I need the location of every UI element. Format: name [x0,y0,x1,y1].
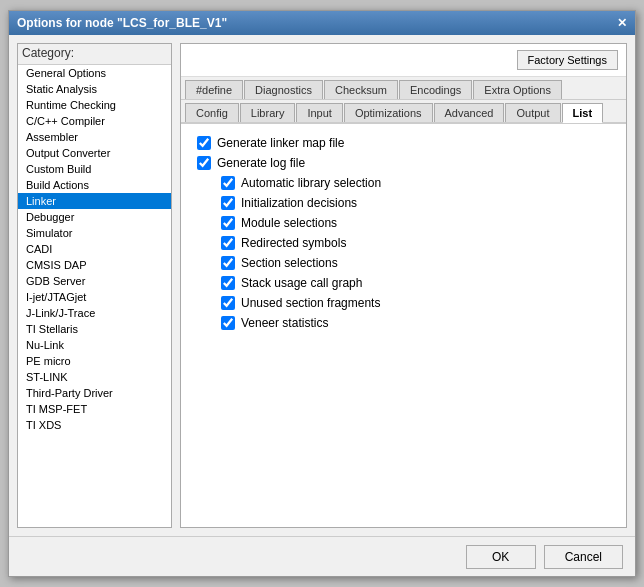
tab-config[interactable]: Config [185,103,239,122]
options-panel: Factory Settings #defineDiagnosticsCheck… [180,43,627,528]
category-item-cadi[interactable]: CADI [18,241,171,257]
category-item-jlink-jtrace[interactable]: J-Link/J-Trace [18,305,171,321]
generate-linker-map-label[interactable]: Generate linker map file [217,136,344,150]
tab-library[interactable]: Library [240,103,296,122]
sub-option-label-stack-usage[interactable]: Stack usage call graph [241,276,362,290]
category-item-cmsis-dap[interactable]: CMSIS DAP [18,257,171,273]
sub-option-label-veneer-stats[interactable]: Veneer statistics [241,316,328,330]
sub-option-checkbox-section-selections[interactable] [221,256,235,270]
category-item-gdb-server[interactable]: GDB Server [18,273,171,289]
sub-option-checkbox-unused-section[interactable] [221,296,235,310]
category-item-i-jet-jtagjet[interactable]: I-jet/JTAGjet [18,289,171,305]
category-item-simulator[interactable]: Simulator [18,225,171,241]
cancel-button[interactable]: Cancel [544,545,623,569]
sub-option-checkbox-stack-usage[interactable] [221,276,235,290]
sub-option-checkbox-veneer-stats[interactable] [221,316,235,330]
sub-option-unused-section: Unused section fragments [221,296,610,310]
sub-option-module-selections: Module selections [221,216,610,230]
category-item-ti-xds[interactable]: TI XDS [18,417,171,433]
tab-define[interactable]: #define [185,80,243,99]
category-label: Category: [18,44,171,65]
generate-log-item: Generate log file [197,156,610,170]
sub-option-checkbox-module-selections[interactable] [221,216,235,230]
factory-settings-row: Factory Settings [181,44,626,77]
category-item-st-link[interactable]: ST-LINK [18,369,171,385]
category-item-output-converter[interactable]: Output Converter [18,145,171,161]
tab-encodings[interactable]: Encodings [399,80,472,99]
sub-option-auto-library: Automatic library selection [221,176,610,190]
tab-checksum[interactable]: Checksum [324,80,398,99]
sub-option-label-module-selections[interactable]: Module selections [241,216,337,230]
tab-extra-options[interactable]: Extra Options [473,80,562,99]
sub-option-section-selections: Section selections [221,256,610,270]
sub-option-stack-usage: Stack usage call graph [221,276,610,290]
tabs-row2: ConfigLibraryInputOptimizationsAdvancedO… [181,100,626,124]
category-item-nu-link[interactable]: Nu-Link [18,337,171,353]
tabs-row1: #defineDiagnosticsChecksumEncodingsExtra… [181,77,626,100]
sub-options-container: Automatic library selectionInitializatio… [197,176,610,330]
main-dialog: Options for node "LCS_for_BLE_V1" ✕ Cate… [8,10,636,577]
dialog-body: Category: General OptionsStatic Analysis… [9,35,635,536]
category-item-ti-msp-fet[interactable]: TI MSP-FET [18,401,171,417]
sub-option-checkbox-init-decisions[interactable] [221,196,235,210]
sub-option-label-redirected-symbols[interactable]: Redirected symbols [241,236,346,250]
sub-option-label-init-decisions[interactable]: Initialization decisions [241,196,357,210]
category-item-static-analysis[interactable]: Static Analysis [18,81,171,97]
category-item-custom-build[interactable]: Custom Build [18,161,171,177]
category-item-third-party-driver[interactable]: Third-Party Driver [18,385,171,401]
category-panel: Category: General OptionsStatic Analysis… [17,43,172,528]
category-item-ti-stellaris[interactable]: TI Stellaris [18,321,171,337]
close-button[interactable]: ✕ [617,16,627,30]
generate-linker-map-item: Generate linker map file [197,136,610,150]
ok-button[interactable]: OK [466,545,536,569]
dialog-title: Options for node "LCS_for_BLE_V1" [17,16,227,30]
sub-option-veneer-stats: Veneer statistics [221,316,610,330]
category-item-build-actions[interactable]: Build Actions [18,177,171,193]
category-list: General OptionsStatic AnalysisRuntime Ch… [18,65,171,433]
category-item-runtime-checking[interactable]: Runtime Checking [18,97,171,113]
generate-linker-map-checkbox[interactable] [197,136,211,150]
dialog-footer: OK Cancel [9,536,635,576]
options-content: Generate linker map file Generate log fi… [181,124,626,527]
title-bar: Options for node "LCS_for_BLE_V1" ✕ [9,11,635,35]
generate-log-label[interactable]: Generate log file [217,156,305,170]
sub-option-init-decisions: Initialization decisions [221,196,610,210]
tab-list[interactable]: List [562,103,604,123]
tab-output[interactable]: Output [505,103,560,122]
category-item-cpp-compiler[interactable]: C/C++ Compiler [18,113,171,129]
sub-option-label-unused-section[interactable]: Unused section fragments [241,296,380,310]
tab-diagnostics[interactable]: Diagnostics [244,80,323,99]
category-item-assembler[interactable]: Assembler [18,129,171,145]
tab-optimizations[interactable]: Optimizations [344,103,433,122]
sub-option-label-auto-library[interactable]: Automatic library selection [241,176,381,190]
factory-settings-button[interactable]: Factory Settings [517,50,618,70]
category-item-pe-micro[interactable]: PE micro [18,353,171,369]
generate-log-checkbox[interactable] [197,156,211,170]
sub-option-label-section-selections[interactable]: Section selections [241,256,338,270]
tab-advanced[interactable]: Advanced [434,103,505,122]
category-item-debugger[interactable]: Debugger [18,209,171,225]
sub-option-checkbox-redirected-symbols[interactable] [221,236,235,250]
sub-option-checkbox-auto-library[interactable] [221,176,235,190]
category-item-general-options[interactable]: General Options [18,65,171,81]
sub-option-redirected-symbols: Redirected symbols [221,236,610,250]
category-item-linker[interactable]: Linker [18,193,171,209]
tab-input[interactable]: Input [296,103,342,122]
